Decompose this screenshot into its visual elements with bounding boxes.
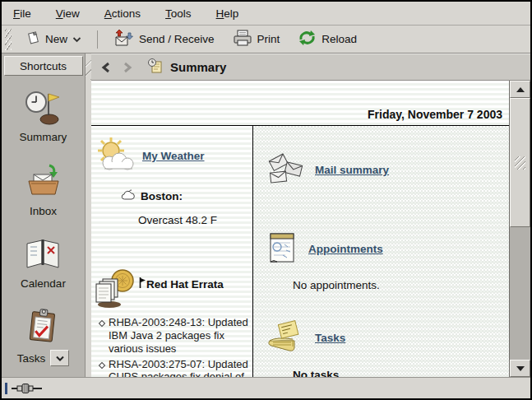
print-icon [233,30,252,49]
scroll-up-button[interactable] [510,81,530,98]
print-button[interactable]: Print [225,26,288,53]
weather-sun-cloud-icon [95,136,137,176]
shortcut-bar: Shortcuts Summary [2,53,86,377]
my-weather-link[interactable]: My Weather [142,150,205,162]
appointments-link[interactable]: Appointments [308,243,383,255]
folder-title: Summary [170,60,226,74]
back-icon [101,62,111,73]
folder-title-bar: Summary [91,53,530,81]
main-pane: Summary Friday, November 7 2003 [91,53,530,377]
vertical-scrollbar[interactable] [509,81,530,377]
shortcut-group-dropdown-button[interactable] [50,350,69,366]
shortcut-calendar-icon [24,237,62,274]
statusbar-resize-tick [5,383,7,394]
menu-tools[interactable]: Tools [165,7,192,20]
errata-list: RHBA-2003:248-13: Updated IBM Java 2 pac… [98,316,249,377]
online-plug-icon [11,382,44,395]
sidebar-item-calendar[interactable]: Calendar [21,237,66,290]
scrollbar-thumb[interactable] [510,98,530,227]
mail-envelopes-icon [266,152,304,188]
forward-icon [123,62,132,73]
mail-summary-link[interactable]: Mail summary [315,164,389,176]
evolution-window: File View Actions Tools Help New [0,0,532,400]
sidebar-item-label: Calendar [21,277,66,290]
tasks-empty-text: No tasks [293,369,509,377]
scroll-down-button[interactable] [510,360,530,377]
status-bar [2,377,530,398]
menu-actions[interactable]: Actions [104,7,141,20]
forward-button[interactable] [119,59,136,76]
sidebar-item-label: Summary [20,131,67,143]
cloud-small-icon [121,189,135,203]
tasks-link[interactable]: Tasks [315,332,345,344]
scroll-up-icon [516,86,525,94]
send-receive-icon [113,29,134,49]
sidebar-item-tasks[interactable]: Tasks [17,308,70,366]
send-receive-button[interactable]: Send / Receive [106,26,222,53]
sidebar-item-label: Inbox [30,205,57,217]
back-button[interactable] [98,59,114,76]
shortcut-summary-icon [24,89,62,128]
weather-condition: Overcast 48.2 F [138,214,252,226]
summary-right-column: Mail summary [253,126,509,377]
reload-button[interactable]: Reload [290,26,364,52]
toolbar-grip[interactable] [5,29,12,50]
weather-location: Boston: [141,190,183,202]
errata-title-row: Red Hat Errata [139,277,224,291]
menu-view[interactable]: View [56,7,80,20]
errata-item[interactable]: RHBA-2003:248-13: Updated IBM Java 2 pac… [98,316,249,356]
new-document-icon [25,30,40,48]
reload-icon [298,30,317,49]
summary-view: Friday, November 7 2003 [91,81,530,377]
shortcuts-group-button[interactable]: Shortcuts [4,56,83,76]
summary-left-column: My Weather Boston: [91,126,253,377]
red-hat-flag-icon [139,277,146,291]
scrollbar-grip [515,156,525,170]
sidebar-item-summary[interactable]: Summary [20,89,67,143]
sidebar-item-inbox[interactable]: Inbox [25,163,62,217]
body: Shortcuts Summary [2,53,530,377]
scrollbar-track[interactable] [510,227,530,360]
errata-link[interactable]: Red Hat Errata [146,278,224,291]
appointments-empty-text: No appointments. [293,279,509,291]
toolbar-separator [97,30,98,49]
menubar: File View Actions Tools Help [2,2,530,26]
new-button[interactable]: New [18,27,89,51]
menu-help[interactable]: Help [216,7,239,20]
menu-file[interactable]: File [13,7,31,20]
summary-title-icon [147,58,164,77]
summary-date: Friday, November 7 2003 [91,81,509,125]
errata-item[interactable]: RHSA-2003:275-07: Updated CUPS packages … [98,358,249,377]
toolbar: New Send / Receive [2,26,530,53]
chevron-down-icon [72,33,81,45]
pane-splitter[interactable] [86,53,91,377]
sidebar-item-label: Tasks [17,352,46,365]
errata-papers-icon [93,267,139,311]
shortcut-tasks-icon [25,308,60,347]
online-status-button[interactable] [11,382,44,395]
tasks-notes-icon [266,319,304,356]
chevron-down-icon [55,355,65,362]
shortcut-inbox-icon [25,163,62,202]
appointments-pad-icon [266,230,298,267]
summary-content: Friday, November 7 2003 [91,81,509,377]
scroll-down-icon [516,365,525,373]
